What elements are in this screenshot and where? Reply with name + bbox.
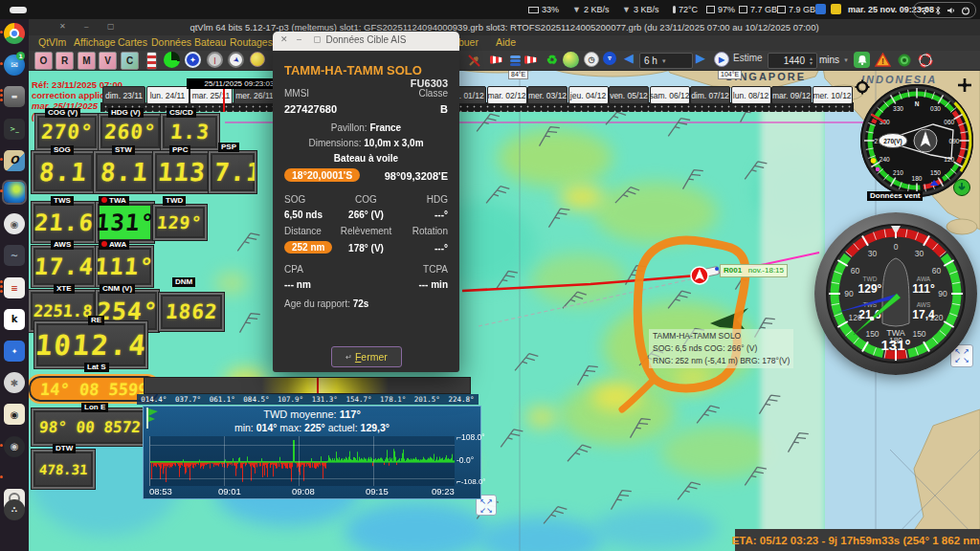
kiwix-icon[interactable]: k <box>4 309 25 330</box>
qtvlm-icon[interactable] <box>4 182 25 203</box>
route-disabled-icon[interactable] <box>466 52 482 68</box>
waypoint-label[interactable]: R001 nov.-18:15 <box>720 264 788 277</box>
menu-aide[interactable]: Aide <box>496 36 516 48</box>
time-back-button[interactable]: ◀ <box>624 51 634 65</box>
chart-m-button[interactable]: M <box>78 52 96 70</box>
awa-display[interactable]: 111° <box>96 246 153 287</box>
files-icon[interactable]: ▬ <box>4 86 25 107</box>
windsock2-icon[interactable] <box>524 55 537 64</box>
menu-donnees[interactable]: Données <box>151 36 191 48</box>
date-button-mer--03-12[interactable]: mer. 03/12 <box>527 86 568 104</box>
date-button-dim--23-11[interactable]: dim. 23/11 <box>102 86 145 104</box>
rhythmbox-icon[interactable]: ◉ <box>4 404 25 425</box>
stw-display[interactable]: 8.1 <box>94 151 155 193</box>
play-animation-button[interactable]: ▶ <box>714 52 729 67</box>
grib-display-button[interactable] <box>164 52 180 68</box>
opencpn-icon[interactable]: O <box>4 150 25 171</box>
tide-icon[interactable]: ▿ <box>603 52 616 65</box>
target-button[interactable] <box>896 52 912 68</box>
chart-o-button[interactable]: O <box>34 52 53 70</box>
cog-badge: 270(V) <box>883 138 902 145</box>
menu-routages[interactable]: Routages <box>230 36 273 48</box>
terminal-icon[interactable]: >_ <box>4 119 25 140</box>
windsock-icon[interactable] <box>490 55 502 64</box>
chart-r-button[interactable]: R <box>56 52 74 70</box>
fermer-button[interactable]: ↵Fermer <box>331 346 402 367</box>
layers-icon[interactable] <box>507 52 523 68</box>
date-button-dim--07-12[interactable]: dim. 07/12 <box>690 86 730 104</box>
date-button-sam--06-12[interactable]: sam. 06/12 <box>650 86 690 104</box>
date-button-mar--09-12[interactable]: mar. 09/12 <box>771 86 812 104</box>
system-tray[interactable] <box>913 2 976 18</box>
baro-display[interactable]: 1012.4 <box>34 321 147 368</box>
clock-icon[interactable]: ◷ <box>584 52 599 67</box>
dtw-display[interactable]: 478.31 <box>32 450 95 489</box>
chart-v-button[interactable]: V <box>99 52 117 70</box>
window-maximize-icon[interactable]: ▢ <box>107 22 115 31</box>
window-minimize-icon[interactable]: ‒ <box>84 22 88 31</box>
compass-needle-icon[interactable]: ➤ <box>228 52 244 68</box>
notes-icon[interactable]: ✦ <box>4 341 25 362</box>
aws-display[interactable]: 17.4 <box>32 246 96 287</box>
xygrib-icon[interactable]: ◉ <box>4 213 25 234</box>
tray-notify-icon[interactable] <box>831 4 841 14</box>
menu-qtvlm[interactable]: QtVlm <box>38 36 66 48</box>
monitor-icon[interactable]: ~ <box>4 245 25 266</box>
distance-header: Distance <box>284 226 322 236</box>
chart-c-button[interactable]: C <box>121 52 139 70</box>
twd-display[interactable]: 129° <box>153 205 207 240</box>
settings-icon[interactable]: ✱ <box>4 372 25 393</box>
date-button-lun--08-12[interactable]: lun. 08/12 <box>731 86 771 104</box>
recycle-icon[interactable]: ♻ <box>544 52 560 68</box>
compass-blue-icon[interactable]: ✦ <box>185 52 201 68</box>
cs-label: CS/CD <box>167 108 196 118</box>
date-button-mar--02-12[interactable]: mar. 02/12 <box>487 86 527 104</box>
bulb-icon[interactable] <box>250 52 265 67</box>
wind-compass[interactable]: N030060090120150180210240270300330 270(V… <box>855 78 979 203</box>
compass-gray-icon[interactable]: | <box>207 52 223 68</box>
sog-display[interactable]: 8.1 <box>32 151 95 193</box>
time-step-select[interactable]: 6 h▾ <box>639 53 693 69</box>
alarm-bell-button[interactable] <box>854 52 870 68</box>
dialog-titlebar[interactable]: ✕ ‒ ▢ Données Cible AIS <box>273 32 459 51</box>
ppc-label: PPC <box>169 145 190 155</box>
svg-text:150: 150 <box>930 169 941 176</box>
window-close-icon[interactable]: ✕ <box>59 22 66 31</box>
estime-unit-select[interactable]: mins▾ <box>815 53 858 67</box>
estime-spinbox[interactable]: 1440▴▾ <box>768 53 817 69</box>
tray-app-icon[interactable] <box>815 4 826 14</box>
date-button-jeu--04-12[interactable]: jeu. 04/12 <box>568 86 609 104</box>
menu-affichage[interactable]: Affichage <box>74 36 116 48</box>
activities-pill[interactable] <box>10 7 27 13</box>
twa-display[interactable]: 131° <box>96 202 154 243</box>
twd-max: 225° <box>304 422 325 433</box>
date-button-ven--05-12[interactable]: ven. 05/12 <box>609 86 649 104</box>
thunderbird-icon[interactable]: ✉1 <box>4 55 25 76</box>
y-tick-mid: 0.0° <box>459 455 474 465</box>
lon-display[interactable]: 98° 00 8572 <box>32 408 148 446</box>
globe-icon[interactable] <box>563 52 579 68</box>
dnm-display[interactable]: 1862 <box>159 293 224 331</box>
menu-bateau[interactable]: Bateau <box>194 36 226 48</box>
timeline-marker[interactable] <box>223 85 225 112</box>
bearing-value: 178° (V) <box>348 243 384 253</box>
tws-display[interactable]: 21.6 <box>32 202 96 243</box>
date-button-mer--10-12[interactable]: mer. 10/12 <box>813 86 853 104</box>
twd-history-panel[interactable]: TWD moyenne: 117° min: 014° max: 225° ac… <box>143 406 481 499</box>
date-button-lun--24-11[interactable]: lun. 24/11 <box>146 86 189 104</box>
docviewer-icon[interactable]: ≡ <box>4 277 25 298</box>
time-forward-button[interactable]: ▶ <box>696 51 705 65</box>
pavillon-value: France <box>369 122 401 133</box>
psp-display[interactable]: 7.1 <box>209 151 256 193</box>
share-icon[interactable]: ∴ <box>4 499 25 520</box>
chrome-icon[interactable] <box>4 23 25 44</box>
boat-marker[interactable] <box>691 266 720 284</box>
menu-cartes[interactable]: Cartes <box>118 36 147 48</box>
twa-gauge[interactable]: 0303060609090120120150150180 TWD 129° TW… <box>814 212 977 375</box>
lighthouse-icon[interactable] <box>146 52 157 70</box>
ppc-display[interactable]: 113 <box>153 151 211 193</box>
window-titlebar[interactable]: ✕ ‒ ▢ qtVlm 64 bits 5.12-17-p3 (meltemus… <box>29 19 980 35</box>
mob-lifebuoy-button[interactable] <box>917 52 933 68</box>
speaker-icon[interactable]: ◉ <box>4 436 25 457</box>
warning-button[interactable]: ! <box>875 52 891 68</box>
